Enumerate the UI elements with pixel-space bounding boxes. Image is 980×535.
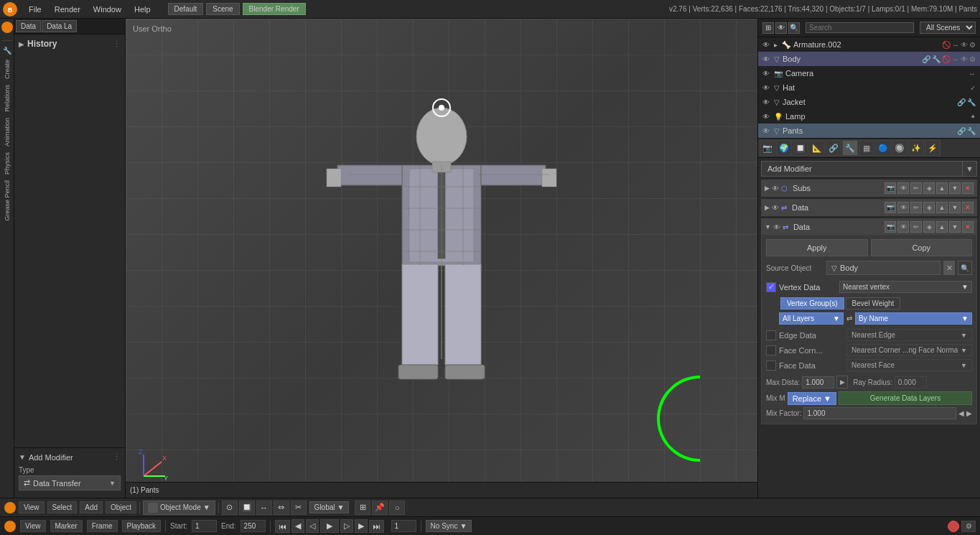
modifiers-tab[interactable]: 🔧 (842, 140, 858, 156)
type-dropdown[interactable]: ⇄ Data Transfer ▼ (19, 475, 121, 490)
window-menu[interactable]: Window (88, 4, 127, 15)
data2-vis-icon[interactable]: 👁 (773, 223, 780, 231)
timeline-frame-btn[interactable]: Frame (87, 520, 118, 532)
prev-keyframe-btn[interactable]: ◁ (306, 519, 319, 533)
help-menu[interactable]: Help (129, 4, 157, 15)
object-item-armature[interactable]: 👁 ▸ 🦴 Armature.002 🚫 ↔ 👁 ⚙ (758, 37, 980, 52)
camera-icon-r[interactable]: ↔ (969, 70, 976, 78)
data2-view-btn[interactable]: 👁 (897, 221, 909, 233)
data2-up-btn[interactable]: ▲ (936, 221, 948, 233)
constraints-tab[interactable]: 🔗 (826, 140, 841, 156)
viewport-bg[interactable]: X Y Z (126, 19, 757, 498)
play-btn[interactable]: ▶ (320, 519, 339, 533)
eye-icon[interactable]: 👁 (762, 70, 771, 78)
vertex-data-dropdown[interactable]: Nearest vertex ▼ (839, 281, 972, 293)
vertex-data-checkbox[interactable]: ✓ (766, 282, 776, 292)
timeline-marker-btn[interactable]: Marker (50, 520, 83, 532)
jacket-mod-icon[interactable]: 🔧 (967, 98, 976, 106)
restrict-view-icon[interactable]: 👁 (961, 41, 968, 49)
object-item-camera[interactable]: 👁 📷 Camera ↔ (758, 66, 980, 80)
restrict-select-icon[interactable]: ↔ (952, 41, 959, 49)
source-eyedrop-button[interactable]: 🔍 (958, 261, 972, 275)
copy-button[interactable]: Copy (871, 239, 973, 256)
subs-vis-icon[interactable]: 👁 (772, 185, 779, 192)
jacket-link-icon[interactable]: 🔗 (957, 98, 966, 106)
engine-selector[interactable]: Blender Render (243, 3, 306, 15)
snap2-icon[interactable]: 📌 (372, 501, 388, 515)
panel-menu[interactable]: ⋮ (113, 452, 121, 462)
data2-cage-btn[interactable]: ◈ (923, 221, 935, 233)
blender-icon[interactable] (1, 22, 13, 33)
viewport[interactable]: User Ortho (126, 19, 757, 498)
face-corner-value[interactable]: Nearest Corner ...ng Face Norma ▼ (846, 344, 972, 356)
next-frame-btn[interactable]: ▶ (355, 519, 368, 533)
relations-tab[interactable]: Relations (2, 83, 12, 113)
mix-factor-input[interactable] (803, 407, 956, 419)
physics-tab[interactable]: Physics (2, 151, 12, 176)
data2-edit-btn[interactable]: ✏ (910, 221, 922, 233)
pants-mod-icon[interactable]: 🔧 (967, 127, 976, 135)
view-menu-btn[interactable]: View (19, 501, 45, 513)
max-dist-toggle[interactable]: ▶ (836, 376, 848, 389)
end-frame-input[interactable] (241, 520, 266, 532)
mix-factor-right-arrow[interactable]: ▶ (966, 409, 972, 417)
grid-icon[interactable]: ⊞ (355, 501, 370, 515)
ray-radius-input[interactable] (895, 376, 927, 389)
add-modifier-dropdown[interactable]: ▼ (963, 161, 977, 177)
subs-close-btn[interactable]: ✕ (962, 182, 974, 194)
eye-icon[interactable]: 👁 (762, 113, 771, 121)
timeline-view-btn[interactable]: View (20, 520, 46, 532)
data2-expand-arrow[interactable]: ▼ (765, 223, 771, 231)
timeline-playback-btn[interactable]: Playback (122, 520, 162, 532)
object-props-tab[interactable]: 📐 (809, 140, 825, 156)
data1-view-btn[interactable]: 👁 (897, 202, 909, 213)
eye-icon[interactable]: 👁 (762, 127, 771, 135)
sync-dropdown[interactable]: No Sync ▼ (426, 520, 472, 532)
texture-tab[interactable]: 🔘 (892, 140, 907, 156)
eye-icon[interactable]: 👁 (762, 55, 771, 63)
pivot-icon[interactable]: ⊙ (222, 501, 238, 515)
data-layers-tab[interactable]: Data La (42, 20, 77, 32)
render-props-tab[interactable]: 📷 (760, 140, 775, 156)
eye-icon[interactable]: 👁 (762, 84, 771, 92)
object-item-body[interactable]: 👁 ▽ Body 🔗 🔧 🚫 ↔ 👁 ⚙ (758, 52, 980, 66)
data-props-tab[interactable]: ▦ (859, 140, 874, 156)
body-render-icon[interactable]: 🚫 (942, 55, 951, 63)
body-mod-icon[interactable]: 🔧 (932, 55, 941, 63)
data1-close-btn[interactable]: ✕ (962, 202, 974, 213)
by-name-dropdown[interactable]: By Name ▼ (855, 312, 972, 325)
next-keyframe-btn[interactable]: ▷ (340, 519, 353, 533)
data2-close-btn[interactable]: ✕ (962, 221, 974, 233)
select-menu-btn[interactable]: Select (47, 501, 78, 513)
global-dropdown[interactable]: Global ▼ (309, 501, 350, 513)
subs-up-btn[interactable]: ▲ (936, 182, 948, 194)
object-item-pants[interactable]: 👁 ▽ Pants 🔗 🔧 (758, 124, 980, 138)
material-tab[interactable]: 🔵 (875, 140, 891, 156)
data1-edit-btn[interactable]: ✏ (910, 202, 922, 213)
workspace-selector[interactable]: Default (168, 3, 204, 15)
data2-render-btn[interactable]: 📷 (885, 221, 896, 233)
scene-selector[interactable]: Scene (206, 3, 239, 15)
face-data-value[interactable]: Nearest Face ▼ (846, 359, 972, 371)
hat-check-icon[interactable]: ✓ (970, 84, 976, 92)
edge-data-value[interactable]: Nearest Edge ▼ (846, 329, 972, 341)
scene-search[interactable] (806, 22, 914, 33)
mix-mode-dropdown[interactable]: Replace ▼ (788, 392, 836, 405)
toolbar-icon[interactable]: 🔧 (2, 45, 12, 55)
jump-start-btn[interactable]: ⏮ (275, 520, 290, 533)
subs-cage-btn[interactable]: ◈ (923, 182, 935, 194)
generate-data-layers-button[interactable]: Generate Data Layers (839, 391, 972, 405)
object-menu-btn[interactable]: Object (106, 501, 136, 513)
max-dist-input[interactable] (802, 376, 834, 389)
transform-icon[interactable]: ↔ (256, 501, 272, 515)
face-data-checkbox[interactable] (766, 360, 776, 371)
subs-down-btn[interactable]: ▼ (949, 182, 961, 194)
record-btn[interactable] (948, 521, 959, 532)
bevel-weight-pill[interactable]: Bevel Weight (846, 297, 901, 310)
world-props-tab[interactable]: 🔲 (793, 140, 808, 156)
subs-view-btn[interactable]: 👁 (897, 182, 909, 194)
data1-expand-arrow[interactable]: ▶ (765, 204, 770, 211)
current-frame-input[interactable] (391, 520, 416, 532)
subs-expand-arrow[interactable]: ▶ (765, 185, 770, 192)
subs-render-btn[interactable]: 📷 (885, 182, 896, 194)
